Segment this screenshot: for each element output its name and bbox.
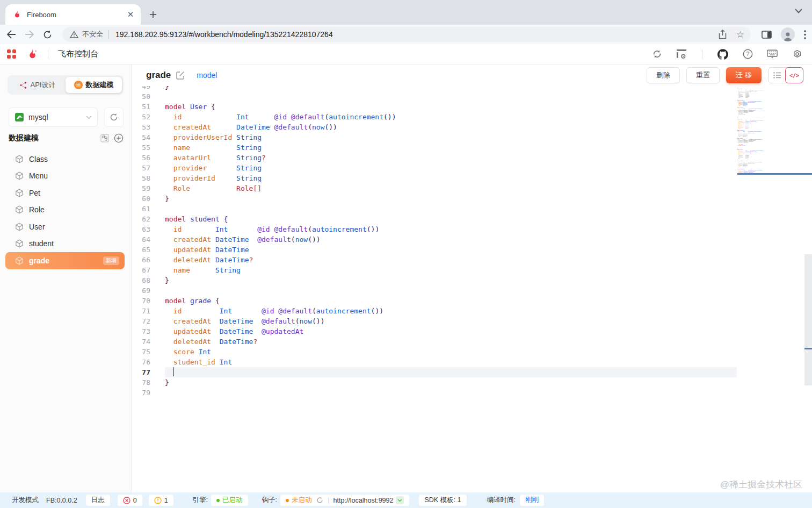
datasource-refresh-button[interactable] — [104, 108, 124, 127]
errors-indicator[interactable]: 0 — [118, 495, 142, 506]
add-model-icon[interactable] — [114, 133, 124, 143]
hooks-refresh-icon[interactable] — [316, 497, 323, 504]
code-line-66[interactable]: deletedAt DateTime? — [165, 255, 812, 265]
code-line-77[interactable] — [165, 367, 737, 377]
sync-icon[interactable] — [651, 49, 662, 60]
api-design-icon — [19, 81, 27, 89]
browser-profile-avatar[interactable] — [781, 27, 795, 41]
keyboard-shortcuts-icon[interactable] — [767, 49, 778, 60]
rename-edit-icon[interactable] — [176, 71, 185, 80]
reset-button[interactable]: 重置 — [686, 67, 720, 83]
browser-tab-strip: Fireboom ✕ — [0, 0, 812, 25]
code-editor[interactable]: 4950515253545556575859606162636465666768… — [132, 86, 812, 492]
browser-tab[interactable]: Fireboom ✕ — [5, 4, 141, 25]
watermark: @稀土掘金技术社区 — [720, 478, 802, 491]
code-line-70[interactable]: model grade { — [165, 296, 812, 306]
model-item-label: Class — [29, 155, 48, 163]
code-line-56[interactable]: avatarUrl String? — [165, 153, 812, 163]
code-line-67[interactable]: name String — [165, 265, 812, 275]
new-tab-button[interactable] — [146, 8, 160, 22]
help-icon[interactable]: ? — [742, 49, 753, 60]
tab-close-icon[interactable]: ✕ — [126, 10, 135, 19]
editor-header: grade model 删除 重置 迁移 </> — [132, 65, 812, 86]
security-label: 不安全 — [82, 30, 103, 39]
code-line-58[interactable]: providerId String — [165, 173, 812, 183]
migrate-button[interactable]: 迁移 — [726, 67, 762, 83]
code-line-69[interactable] — [165, 285, 812, 296]
code-view-icon: </> — [789, 73, 799, 78]
hooks-url-dropdown[interactable] — [396, 496, 404, 504]
code-line-57[interactable]: provider String — [165, 163, 812, 173]
editor-minimap[interactable]: }model User { id Int @id @default(autoin… — [737, 87, 804, 173]
browser-menu-icon[interactable] — [798, 27, 812, 41]
code-line-72[interactable]: createdAt DateTime @default(now()) — [165, 316, 812, 326]
sdk-template-label: SDK 模板: 1 — [424, 496, 461, 505]
bookmark-star-icon[interactable]: ☆ — [736, 30, 744, 39]
code-line-54[interactable]: providerUserId String — [165, 132, 812, 142]
code-line-52[interactable]: id Int @id @default(autoincrement()) — [165, 112, 812, 122]
reload-button[interactable] — [41, 27, 55, 41]
code-view-toggle[interactable]: </> — [785, 67, 803, 83]
back-button[interactable] — [4, 27, 18, 41]
datasource-select[interactable]: mysql — [9, 108, 98, 127]
delete-button[interactable]: 删除 — [647, 67, 680, 83]
code-line-61[interactable] — [165, 204, 812, 214]
code-line-78[interactable]: } — [165, 377, 812, 388]
editor-code[interactable]: }model User { id Int @id @default(autoin… — [132, 86, 812, 398]
hooks-status-text: 未启动 — [292, 496, 312, 505]
svg-text:?: ? — [746, 51, 749, 57]
code-line-74[interactable]: deletedAt DateTime? — [165, 337, 812, 347]
warning-icon — [154, 497, 162, 504]
sidebar-item-Class[interactable]: Class — [0, 151, 132, 168]
share-icon[interactable] — [719, 30, 727, 39]
fireboom-logo-flame-icon[interactable] — [27, 48, 38, 60]
code-line-75[interactable]: score Int — [165, 347, 812, 357]
code-line-49[interactable]: } — [165, 86, 812, 91]
er-designer-icon[interactable] — [100, 134, 109, 142]
tab-api-design[interactable]: API设计 — [9, 77, 66, 93]
view-toggle: </> — [768, 67, 803, 83]
hooks-divider — [328, 497, 329, 504]
sidebar-item-student[interactable]: student — [0, 235, 132, 253]
editor-scrollbar[interactable] — [804, 254, 812, 385]
layout-settings-icon[interactable] — [676, 49, 687, 60]
tab-search-chevron-icon[interactable] — [795, 9, 802, 13]
github-icon[interactable] — [717, 49, 728, 60]
code-line-79[interactable] — [165, 388, 812, 398]
model-type-link[interactable]: model — [197, 71, 217, 80]
app-grid-icon[interactable] — [7, 49, 16, 59]
code-line-60[interactable]: } — [165, 194, 812, 204]
code-line-63[interactable]: id Int @id @default(autoincrement()) — [165, 224, 812, 234]
list-view-icon — [773, 72, 781, 78]
omnibox-divider — [108, 30, 109, 39]
code-line-73[interactable]: updatedAt DateTime @updatedAt — [165, 326, 812, 337]
forward-button[interactable] — [23, 27, 37, 41]
code-line-55[interactable]: name String — [165, 142, 812, 153]
address-bar[interactable]: 不安全 192.168.202.95:9123/#/workbench/mode… — [62, 27, 751, 42]
code-line-59[interactable]: Role Role[] — [165, 183, 812, 194]
form-view-toggle[interactable] — [769, 68, 786, 83]
warnings-indicator[interactable]: 1 — [149, 495, 173, 506]
fireboom-favicon-flame-icon — [13, 10, 21, 19]
sidebar-item-Role[interactable]: Role — [0, 202, 132, 219]
sidebar-item-Menu[interactable]: Menu — [0, 168, 132, 185]
code-line-50[interactable] — [165, 91, 812, 102]
code-line-64[interactable]: createdAt DateTime @default(now()) — [165, 234, 812, 245]
compile-time-label: 编译时间: — [487, 496, 516, 505]
code-line-68[interactable]: } — [165, 275, 812, 285]
logs-button[interactable]: 日志 — [86, 495, 110, 506]
code-line-62[interactable]: model student { — [165, 214, 812, 224]
sidebar-item-Pet[interactable]: Pet — [0, 184, 132, 202]
sidebar-item-grade[interactable]: grade新增 — [5, 252, 125, 269]
code-line-53[interactable]: createdAt DateTime @default(now()) — [165, 122, 812, 132]
mysql-icon — [15, 112, 24, 122]
sidebar-item-User[interactable]: User — [0, 218, 132, 235]
settings-gear-icon[interactable] — [792, 49, 802, 60]
code-line-65[interactable]: updatedAt DateTime — [165, 245, 812, 255]
code-line-71[interactable]: id Int @id @default(autoincrement()) — [165, 306, 812, 316]
side-panel-icon[interactable] — [759, 27, 773, 41]
code-line-76[interactable]: student_id Int — [165, 357, 812, 367]
tab-data-modeling[interactable]: 数据建模 — [66, 77, 122, 93]
code-line-51[interactable]: model User { — [165, 102, 812, 112]
hooks-label: 钩子: — [262, 496, 277, 505]
